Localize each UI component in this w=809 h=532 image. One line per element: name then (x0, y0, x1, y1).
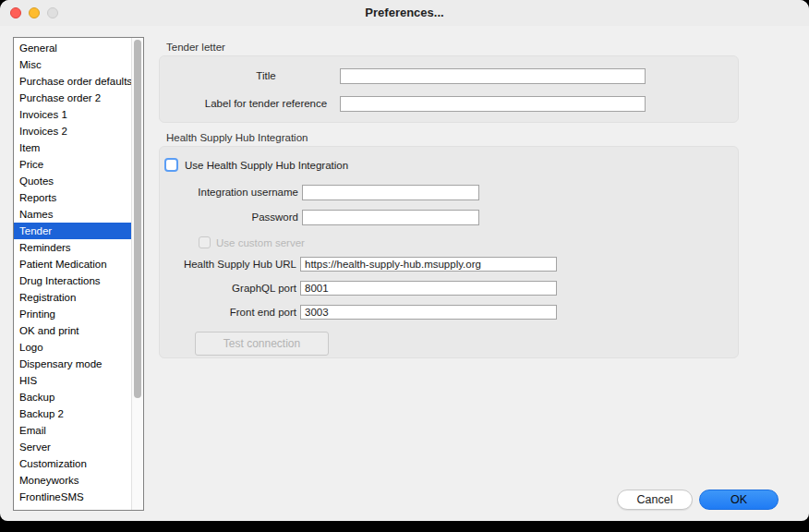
sidebar-item-tender[interactable]: Tender (14, 223, 131, 239)
sidebar-item-invoices-2[interactable]: Invoices 2 (14, 123, 131, 139)
use-custom-server-checkbox (199, 236, 211, 248)
sidebar-item-frontlinesms[interactable]: FrontlineSMS (14, 489, 131, 505)
sidebar-item-lmis[interactable]: LMIS (14, 505, 131, 511)
sidebar-item-invoices-1[interactable]: Invoices 1 (14, 106, 131, 123)
sidebar-item-dispensary-mode[interactable]: Dispensary mode (14, 356, 131, 372)
preferences-window: Preferences... GeneralMiscPurchase order… (0, 0, 809, 521)
password-input[interactable] (302, 210, 479, 225)
sidebar-item-customization[interactable]: Customization (14, 455, 131, 472)
sidebar-item-email[interactable]: Email (14, 422, 131, 439)
sidebar-item-misc[interactable]: Misc (14, 56, 131, 73)
preferences-category-list: GeneralMiscPurchase order defaultsPurcha… (13, 37, 144, 511)
hsh-url-input[interactable] (300, 257, 557, 272)
graphql-port-label: GraphQL port (160, 281, 296, 296)
sidebar-item-item[interactable]: Item (14, 139, 131, 156)
sidebar-item-general[interactable]: General (14, 40, 131, 56)
sidebar-item-reminders[interactable]: Reminders (14, 239, 131, 256)
sidebar-item-registration[interactable]: Registration (14, 289, 131, 306)
category-list-items: GeneralMiscPurchase order defaultsPurcha… (14, 40, 131, 511)
window-title: Preferences... (0, 6, 809, 19)
sidebar-item-patient-medication[interactable]: Patient Medication (14, 256, 131, 272)
tender-letter-groupbox: Title Label for tender reference (159, 55, 739, 123)
test-connection-button[interactable]: Test connection (195, 332, 329, 356)
sidebar-item-purchase-order-defaults[interactable]: Purchase order defaults (14, 73, 131, 90)
sidebar-item-purchase-order-2[interactable]: Purchase order 2 (14, 90, 131, 106)
tender-letter-section-title: Tender letter (166, 42, 225, 53)
sidebar-item-reports[interactable]: Reports (14, 189, 131, 206)
ok-button[interactable]: OK (699, 490, 779, 510)
tender-reference-input[interactable] (340, 96, 646, 112)
password-label: Password (160, 210, 298, 225)
title-bar: Preferences... (0, 0, 809, 26)
graphql-port-input[interactable] (300, 281, 557, 296)
title-field-label: Title (197, 68, 335, 84)
use-hsh-integration-label: Use Health Supply Hub Integration (185, 159, 348, 173)
sidebar-item-server[interactable]: Server (14, 439, 131, 455)
integration-username-input[interactable] (302, 185, 479, 200)
scrollbar-thumb[interactable] (134, 40, 141, 398)
sidebar-item-price[interactable]: Price (14, 156, 131, 173)
use-hsh-integration-checkbox[interactable] (164, 158, 178, 172)
tender-reference-label: Label for tender reference (174, 96, 358, 112)
cancel-button[interactable]: Cancel (617, 490, 693, 510)
sidebar-item-backup[interactable]: Backup (14, 389, 131, 405)
sidebar-item-his[interactable]: HIS (14, 372, 131, 389)
hsh-groupbox: Use Health Supply Hub Integration Integr… (159, 146, 739, 358)
sidebar-item-backup-2[interactable]: Backup 2 (14, 405, 131, 422)
sidebar-item-moneyworks[interactable]: Moneyworks (14, 472, 131, 489)
sidebar-item-names[interactable]: Names (14, 206, 131, 223)
sidebar-item-ok-and-print[interactable]: OK and print (14, 322, 131, 339)
use-custom-server-label: Use custom server (216, 236, 305, 250)
frontend-port-label: Front end port (160, 305, 296, 320)
hsh-section-title: Health Supply Hub Integration (166, 132, 308, 143)
sidebar-item-quotes[interactable]: Quotes (14, 173, 131, 189)
sidebar-scrollbar[interactable] (131, 38, 143, 510)
integration-username-label: Integration username (160, 185, 298, 200)
sidebar-item-drug-interactions[interactable]: Drug Interactions (14, 272, 131, 289)
frontend-port-input[interactable] (300, 305, 557, 320)
title-input[interactable] (340, 68, 646, 84)
sidebar-item-printing[interactable]: Printing (14, 306, 131, 322)
hsh-url-label: Health Supply Hub URL (160, 257, 296, 272)
sidebar-item-logo[interactable]: Logo (14, 339, 131, 356)
